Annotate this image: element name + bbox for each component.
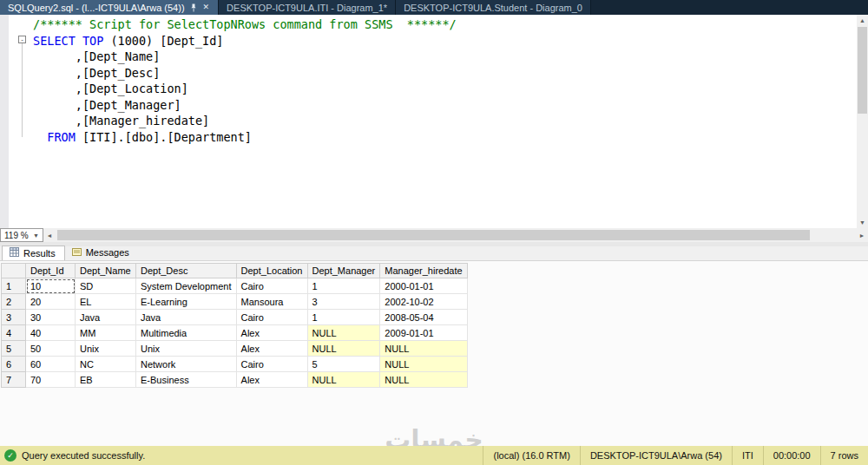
success-check-icon: ✓ bbox=[4, 449, 16, 462]
grid-cell[interactable]: NULL bbox=[307, 325, 380, 341]
scrollbar-thumb[interactable] bbox=[57, 230, 810, 240]
grid-cell[interactable]: NULL bbox=[380, 357, 467, 372]
column-header[interactable]: Dept_Location bbox=[236, 264, 307, 278]
column-header[interactable]: Dept_Name bbox=[76, 264, 136, 278]
grid-cell[interactable]: NULL bbox=[307, 372, 380, 388]
grid-cell[interactable]: 1 bbox=[307, 278, 380, 294]
status-user: DESKTOP-ICT9ULA\Arwa (54) bbox=[580, 446, 732, 465]
tab-sqlquery2[interactable]: SQLQuery2.sql - (l...-ICT9ULA\Arwa (54))… bbox=[0, 0, 219, 15]
zoom-control[interactable]: 119 % ▼ bbox=[0, 228, 43, 242]
grid-cell[interactable]: E-Learning bbox=[136, 294, 237, 310]
code-line: ,[Dept_Location] bbox=[33, 81, 854, 97]
row-number[interactable]: 2 bbox=[2, 294, 26, 310]
grid-cell[interactable]: 60 bbox=[26, 357, 76, 372]
grid-cell[interactable]: Alex bbox=[236, 341, 307, 357]
grid-cell[interactable]: Network bbox=[136, 357, 237, 372]
scroll-up-icon[interactable]: ▲ bbox=[857, 15, 868, 26]
grid-cell[interactable]: NULL bbox=[307, 341, 380, 357]
grid-cell[interactable]: Java bbox=[76, 310, 136, 325]
editor-vertical-scrollbar[interactable]: ▲ ▼ bbox=[857, 15, 868, 228]
scroll-right-icon[interactable]: ► bbox=[856, 228, 868, 242]
code-line: /****** Script for SelectTopNRows comman… bbox=[33, 16, 854, 33]
grid-cell[interactable]: Cairo bbox=[236, 310, 307, 325]
grid-cell[interactable]: E-Business bbox=[136, 372, 237, 388]
fold-guide-line bbox=[22, 43, 23, 137]
zoom-value: 119 % bbox=[4, 231, 29, 240]
tab-results[interactable]: Results bbox=[2, 246, 65, 260]
pin-icon[interactable] bbox=[190, 3, 197, 12]
code-line: SELECT TOP (1000) [Dept_Id] bbox=[33, 33, 854, 49]
code-line: ,[Dept_Manager] bbox=[33, 97, 854, 114]
grid-cell[interactable]: Multimedia bbox=[136, 325, 237, 341]
column-header[interactable]: Dept_Desc bbox=[136, 264, 237, 278]
scroll-down-icon[interactable]: ▼ bbox=[857, 217, 868, 228]
grid-cell[interactable]: 3 bbox=[307, 294, 380, 310]
grid-cell[interactable]: 2002-10-02 bbox=[380, 294, 467, 310]
row-number[interactable]: 6 bbox=[2, 357, 26, 372]
code-line: FROM [ITI].[dbo].[Department] bbox=[33, 129, 854, 146]
grid-cell[interactable]: EB bbox=[76, 372, 136, 388]
grid-cell[interactable]: EL bbox=[76, 294, 136, 310]
table-row: 440MMMultimediaAlexNULL2009-01-01 bbox=[2, 325, 468, 341]
row-number[interactable]: 4 bbox=[2, 325, 26, 341]
code-line: ,[Dept_Desc] bbox=[33, 65, 854, 82]
code-line: ,[Manager_hiredate] bbox=[33, 113, 854, 129]
select-all-corner[interactable] bbox=[2, 264, 26, 278]
grid-cell[interactable]: 2008-05-04 bbox=[380, 310, 467, 325]
table-row: 550UnixUnixAlexNULLNULL bbox=[2, 341, 468, 357]
results-pane: Dept_IdDept_NameDept_DescDept_LocationDe… bbox=[0, 261, 868, 446]
row-number[interactable]: 3 bbox=[2, 310, 26, 325]
column-header[interactable]: Manager_hiredate bbox=[380, 264, 467, 278]
status-right-panels: (local) (16.0 RTM) DESKTOP-ICT9ULA\Arwa … bbox=[483, 446, 868, 465]
status-database: ITI bbox=[732, 446, 763, 465]
grid-cell[interactable]: Unix bbox=[76, 341, 136, 357]
grid-cell[interactable]: 70 bbox=[26, 372, 76, 388]
grid-cell[interactable]: System Development bbox=[136, 278, 237, 294]
grid-cell[interactable]: 40 bbox=[26, 325, 76, 341]
tab-messages-label: Messages bbox=[86, 247, 129, 258]
column-header[interactable]: Dept_Id bbox=[26, 264, 76, 278]
grid-body: 110SDSystem DevelopmentCairo12000-01-012… bbox=[2, 278, 468, 388]
grid-cell[interactable]: NULL bbox=[380, 341, 467, 357]
grid-cell[interactable]: 30 bbox=[26, 310, 76, 325]
close-icon[interactable]: ✕ bbox=[202, 3, 211, 11]
grid-cell[interactable]: Java bbox=[136, 310, 237, 325]
editor-bottom-bar: 119 % ▼ ◄ ► bbox=[0, 228, 868, 242]
grid-cell[interactable]: 2000-01-01 bbox=[380, 278, 467, 294]
chevron-down-icon: ▼ bbox=[33, 232, 39, 239]
grid-cell[interactable]: 1 bbox=[307, 310, 380, 325]
tab-messages[interactable]: Messages bbox=[65, 246, 138, 260]
row-number[interactable]: 7 bbox=[2, 372, 26, 388]
tab-iti-diagram[interactable]: DESKTOP-ICT9ULA.ITI - Diagram_1* bbox=[219, 0, 396, 15]
tab-label: DESKTOP-ICT9ULA.ITI - Diagram_1* bbox=[227, 3, 387, 13]
tab-student-diagram[interactable]: DESKTOP-ICT9ULA.Student - Diagram_0 bbox=[396, 0, 591, 15]
row-number[interactable]: 5 bbox=[2, 341, 26, 357]
grid-cell[interactable]: Cairo bbox=[236, 278, 307, 294]
grid-cell[interactable]: 10 bbox=[26, 278, 76, 294]
grid-cell[interactable]: Alex bbox=[236, 372, 307, 388]
row-number[interactable]: 1 bbox=[2, 278, 26, 294]
scrollbar-thumb[interactable] bbox=[858, 27, 867, 114]
collapse-region-icon[interactable]: - bbox=[18, 36, 26, 43]
grid-cell[interactable]: Alex bbox=[236, 325, 307, 341]
results-pane-tabs: Results Messages bbox=[0, 246, 868, 261]
grid-cell[interactable]: Mansoura bbox=[236, 294, 307, 310]
grid-cell[interactable]: NC bbox=[76, 357, 136, 372]
grid-cell[interactable]: MM bbox=[76, 325, 136, 341]
grid-cell[interactable]: Cairo bbox=[236, 357, 307, 372]
editor-horizontal-scrollbar[interactable] bbox=[56, 228, 856, 242]
grid-cell[interactable]: 2009-01-01 bbox=[380, 325, 467, 341]
sql-editor[interactable]: - /****** Script for SelectTopNRows comm… bbox=[0, 15, 868, 228]
tab-results-label: Results bbox=[23, 248, 56, 259]
document-tab-bar: SQLQuery2.sql - (l...-ICT9ULA\Arwa (54))… bbox=[0, 0, 868, 15]
status-row-count: 7 rows bbox=[820, 446, 868, 465]
code-lines[interactable]: /****** Script for SelectTopNRows comman… bbox=[33, 16, 854, 145]
grid-cell[interactable]: 50 bbox=[26, 341, 76, 357]
grid-cell[interactable]: NULL bbox=[380, 372, 467, 388]
grid-cell[interactable]: 20 bbox=[26, 294, 76, 310]
column-header[interactable]: Dept_Manager bbox=[307, 264, 380, 278]
grid-cell[interactable]: Unix bbox=[136, 341, 237, 357]
grid-cell[interactable]: SD bbox=[76, 278, 136, 294]
scroll-left-icon[interactable]: ◄ bbox=[43, 228, 56, 242]
grid-cell[interactable]: 5 bbox=[307, 357, 380, 372]
